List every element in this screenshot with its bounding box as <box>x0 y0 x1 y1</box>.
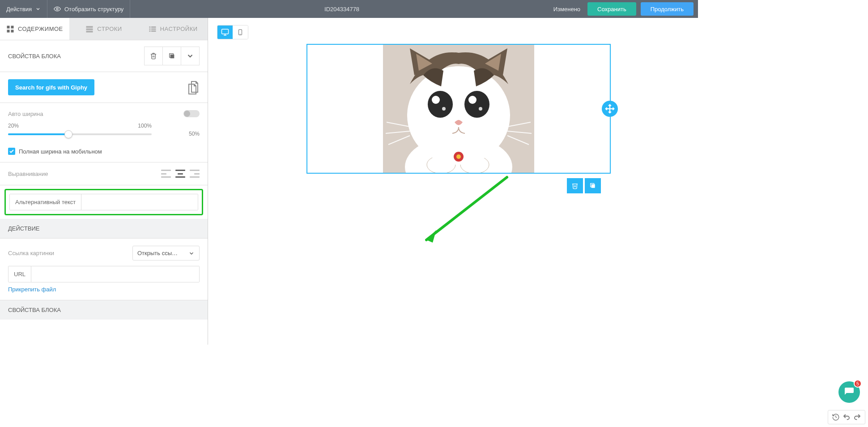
slider-fill <box>8 133 68 135</box>
block-footer-label: СВОЙСТВА БЛОКА <box>8 307 61 313</box>
duplicate-icon <box>168 52 175 60</box>
svg-rect-7 <box>86 30 93 32</box>
svg-rect-10 <box>149 28 150 30</box>
image-link-label: Ссылка картинки <box>8 250 54 256</box>
svg-rect-6 <box>86 28 93 30</box>
svg-point-39 <box>456 154 461 159</box>
svg-rect-1 <box>7 26 9 28</box>
action-section-header: ДЕЙСТВИЕ <box>0 219 208 239</box>
align-left-button[interactable] <box>161 170 171 178</box>
selected-block-frame[interactable] <box>306 44 611 174</box>
top-toolbar: Действия Отобразить структуру ID20433477… <box>0 0 698 18</box>
svg-rect-11 <box>151 28 156 30</box>
url-input[interactable] <box>31 266 199 282</box>
attach-file-link[interactable]: Прикрепить файл <box>8 286 200 293</box>
svg-rect-16 <box>222 29 229 34</box>
svg-point-29 <box>468 96 477 104</box>
svg-line-44 <box>426 177 507 240</box>
tab-rows-label: СТРОКИ <box>97 26 122 32</box>
svg-rect-14 <box>170 55 174 59</box>
slider-max-label: 100% <box>138 123 152 129</box>
svg-rect-13 <box>151 30 156 32</box>
modified-status: Изменено <box>553 6 580 13</box>
svg-point-25 <box>407 66 510 165</box>
svg-rect-5 <box>86 26 93 28</box>
svg-point-31 <box>479 107 482 111</box>
list-icon <box>149 25 157 33</box>
svg-rect-42 <box>591 184 595 188</box>
svg-rect-8 <box>149 26 150 28</box>
tab-settings-label: НАСТРОЙКИ <box>160 26 198 32</box>
actions-dropdown[interactable]: Действия <box>0 0 47 18</box>
svg-rect-4 <box>11 30 13 32</box>
canvas-area <box>208 18 698 345</box>
svg-point-28 <box>432 96 440 104</box>
full-width-mobile-checkbox[interactable] <box>8 148 15 155</box>
mobile-icon <box>237 28 243 36</box>
copy-document-button[interactable] <box>187 81 200 94</box>
rows-icon <box>85 25 94 33</box>
full-width-mobile-label: Полная ширина на мобильном <box>19 148 102 155</box>
trash-icon <box>571 182 579 189</box>
slider-min-label: 20% <box>8 123 19 129</box>
svg-rect-2 <box>11 26 13 28</box>
grid-icon <box>6 25 14 33</box>
mobile-view-button[interactable] <box>233 26 248 39</box>
alt-text-highlight: Альтернативный текст <box>4 189 203 215</box>
monitor-icon <box>221 28 229 36</box>
duplicate-icon <box>589 182 596 189</box>
actions-label: Действия <box>6 6 32 13</box>
tab-rows[interactable]: СТРОКИ <box>69 18 139 40</box>
collapse-block-button[interactable] <box>181 47 200 65</box>
block-properties-header: СВОЙСТВА БЛОКА <box>0 40 208 72</box>
content-image <box>383 45 534 173</box>
tab-content[interactable]: СОДЕРЖИМОЕ <box>0 18 69 40</box>
svg-point-30 <box>442 107 446 111</box>
check-icon <box>9 149 14 154</box>
svg-rect-9 <box>151 26 156 28</box>
move-handle[interactable] <box>602 101 618 117</box>
document-id: ID204334778 <box>130 6 553 13</box>
slider-thumb[interactable] <box>64 130 72 138</box>
align-right-button[interactable] <box>190 170 200 178</box>
search-giphy-button[interactable]: Search for gifs with Giphy <box>8 79 94 95</box>
save-button[interactable]: Сохранить <box>587 2 636 16</box>
show-structure-button[interactable]: Отобразить структуру <box>47 0 130 18</box>
frame-duplicate-button[interactable] <box>585 178 601 193</box>
tab-content-label: СОДЕРЖИМОЕ <box>18 26 63 32</box>
svg-point-26 <box>428 91 453 118</box>
open-link-select[interactable]: Открыть ссы… <box>132 246 200 260</box>
documents-icon <box>187 81 200 95</box>
tab-settings[interactable]: НАСТРОЙКИ <box>138 18 208 40</box>
chevron-down-icon <box>35 6 41 12</box>
svg-point-27 <box>464 91 489 118</box>
svg-point-0 <box>56 8 58 10</box>
action-header-label: ДЕЙСТВИЕ <box>8 225 39 232</box>
alt-text-input[interactable] <box>81 194 198 210</box>
desktop-view-button[interactable] <box>217 26 233 39</box>
properties-sidebar: СОДЕРЖИМОЕ СТРОКИ НАСТРОЙКИ СВОЙСТВА БЛО… <box>0 18 208 345</box>
duplicate-block-button[interactable] <box>162 47 181 65</box>
alignment-label: Выравнивание <box>8 171 48 177</box>
block-properties-title: СВОЙСТВА БЛОКА <box>8 53 61 60</box>
chevron-down-icon <box>186 52 194 60</box>
show-structure-label: Отобразить структуру <box>64 6 123 13</box>
chevron-down-icon <box>188 250 195 256</box>
trash-icon <box>150 52 157 60</box>
svg-rect-3 <box>7 30 9 32</box>
width-slider[interactable] <box>8 133 152 135</box>
eye-icon <box>54 5 61 13</box>
delete-block-button[interactable] <box>144 47 163 65</box>
svg-rect-12 <box>149 30 150 32</box>
slider-value: 50% <box>189 131 200 137</box>
align-center-button[interactable] <box>175 170 185 178</box>
block-properties-footer: СВОЙСТВА БЛОКА <box>0 300 208 320</box>
auto-width-label: Авто ширина <box>8 111 43 117</box>
auto-width-toggle[interactable] <box>183 110 200 117</box>
url-label: URL <box>9 266 31 282</box>
continue-button[interactable]: Продолжить <box>641 2 694 16</box>
cat-illustration <box>383 45 534 173</box>
alt-text-label: Альтернативный текст <box>10 194 81 210</box>
annotation-arrow <box>417 173 516 249</box>
frame-delete-button[interactable] <box>567 178 583 193</box>
